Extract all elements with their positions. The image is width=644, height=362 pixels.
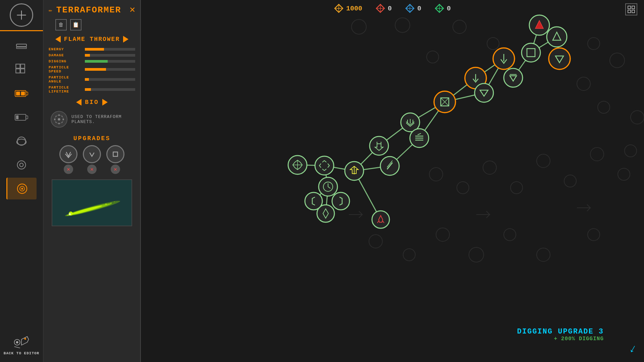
- topbar: 1000 0 0 0: [141, 0, 644, 17]
- svg-point-34: [58, 118, 60, 120]
- panel-title: TERRAFORMER: [56, 5, 121, 15]
- upgrades-section: UPGRADES ✕ ✕: [49, 135, 135, 174]
- bio-prev-button[interactable]: [76, 99, 82, 106]
- svg-point-73: [511, 182, 523, 194]
- node-n7[interactable]: [345, 162, 364, 180]
- svg-rect-3: [16, 47, 26, 48]
- weapon-next-button[interactable]: [123, 36, 128, 43]
- upgrade-remove-3[interactable]: ✕: [111, 165, 120, 174]
- back-to-editor-button[interactable]: BACK TO EDITOR: [0, 330, 43, 359]
- sidebar-item-battery2[interactable]: [6, 106, 37, 128]
- panel-header: ✏ TERRAFORMER ✕: [49, 5, 135, 15]
- svg-point-83: [537, 248, 550, 261]
- sidebar-item-shield[interactable]: [6, 130, 37, 152]
- bio-label: BIO: [85, 99, 99, 106]
- node-n12[interactable]: [410, 129, 429, 147]
- svg-point-16: [17, 137, 26, 145]
- upgrade-slot-3: ✕: [106, 145, 124, 174]
- sidebar-item-grid[interactable]: [6, 59, 37, 80]
- node-n19[interactable]: [529, 15, 549, 35]
- weapon-selector: FLAME THROWER: [49, 36, 135, 43]
- bio-selector: BIO: [49, 99, 135, 106]
- svg-point-70: [429, 168, 443, 181]
- grid-button[interactable]: [625, 3, 637, 15]
- upgrade-info: DIGGING UPGRADE 3 + 200% DIGGING: [517, 327, 604, 342]
- svg-point-27: [58, 123, 60, 124]
- upgrade-remove-2[interactable]: ✕: [87, 165, 97, 174]
- svg-point-142: [522, 43, 540, 62]
- delete-button[interactable]: 🗑: [55, 19, 67, 31]
- node-n6[interactable]: [332, 192, 350, 210]
- svg-rect-11: [21, 92, 25, 96]
- stats-section: ENERGY DAMAGE DIGGING PARTICLE SPEED PAR…: [49, 47, 135, 94]
- svg-rect-2: [16, 44, 26, 46]
- sidebar-item-add[interactable]: [10, 3, 33, 27]
- node-n2[interactable]: [315, 156, 334, 175]
- svg-point-123: [370, 136, 388, 155]
- node-n15[interactable]: [475, 83, 493, 102]
- node-n21[interactable]: [549, 48, 570, 69]
- sidebar-item-selected[interactable]: [6, 178, 37, 199]
- pencil-icon: ✏: [49, 6, 52, 14]
- svg-point-145: [547, 27, 567, 47]
- stat-particle-lifetime: PARTICLE LIFETIME: [49, 85, 135, 94]
- svg-point-112: [315, 156, 334, 175]
- svg-point-122: [372, 211, 389, 228]
- node-n17[interactable]: [504, 68, 523, 87]
- svg-point-42: [111, 202, 112, 203]
- svg-rect-10: [16, 92, 20, 96]
- copy-button[interactable]: 📋: [70, 19, 82, 31]
- svg-point-61: [352, 19, 366, 34]
- svg-point-28: [54, 119, 56, 120]
- svg-point-38: [69, 204, 103, 216]
- sidebar-item-pipe[interactable]: [6, 35, 37, 57]
- node-n10[interactable]: [380, 157, 399, 175]
- node-n20[interactable]: [547, 27, 567, 47]
- resource-red-value: 0: [388, 5, 392, 12]
- svg-point-76: [590, 147, 604, 161]
- sidebar-item-battery[interactable]: [6, 82, 37, 104]
- upgrades-title: UPGRADES: [49, 135, 135, 142]
- back-to-editor-label: BACK TO EDITOR: [4, 351, 39, 355]
- close-button[interactable]: ✕: [129, 5, 135, 15]
- node-n8[interactable]: [372, 211, 389, 228]
- node-n13[interactable]: [434, 91, 455, 113]
- svg-rect-60: [632, 10, 635, 13]
- svg-point-79: [403, 249, 415, 261]
- node-n1[interactable]: [288, 156, 307, 174]
- node-n9[interactable]: [370, 136, 388, 155]
- stat-energy-bar: [85, 48, 135, 51]
- svg-point-23: [16, 341, 18, 344]
- svg-point-44: [96, 207, 97, 208]
- upgrade-remove-1[interactable]: ✕: [64, 165, 73, 174]
- bio-next-button[interactable]: [102, 99, 108, 106]
- upgrade-circle-1[interactable]: [59, 145, 77, 163]
- node-n3[interactable]: [319, 177, 337, 196]
- upgrade-circle-3[interactable]: [106, 145, 124, 163]
- svg-rect-59: [628, 10, 631, 13]
- upgrade-slot-2: ✕: [83, 145, 101, 174]
- svg-point-31: [61, 116, 63, 117]
- stat-particle-lifetime-bar: [85, 88, 135, 91]
- weapon-name: FLAME THROWER: [64, 36, 120, 43]
- panel-actions: 🗑 📋: [49, 19, 135, 31]
- svg-rect-4: [16, 64, 20, 68]
- svg-point-66: [577, 77, 590, 90]
- svg-point-65: [487, 38, 499, 50]
- svg-point-84: [588, 229, 600, 241]
- weapon-prev-button[interactable]: [55, 36, 61, 43]
- svg-point-75: [564, 175, 576, 187]
- svg-point-62: [395, 18, 410, 33]
- sidebar-item-module[interactable]: [6, 154, 37, 176]
- svg-point-71: [457, 182, 469, 194]
- upgrade-circle-2[interactable]: [83, 145, 101, 163]
- stat-particle-speed-label: PARTICLE SPEED: [49, 65, 82, 73]
- stat-particle-angle-bar: [85, 78, 135, 81]
- resource-gold-value: 1000: [346, 5, 362, 12]
- node-n16[interactable]: [493, 48, 515, 69]
- svg-point-30: [55, 116, 57, 117]
- node-n5[interactable]: [305, 192, 322, 210]
- svg-point-118: [305, 192, 322, 210]
- node-n18[interactable]: [522, 43, 540, 62]
- sidebar: BACK TO EDITOR: [0, 0, 44, 362]
